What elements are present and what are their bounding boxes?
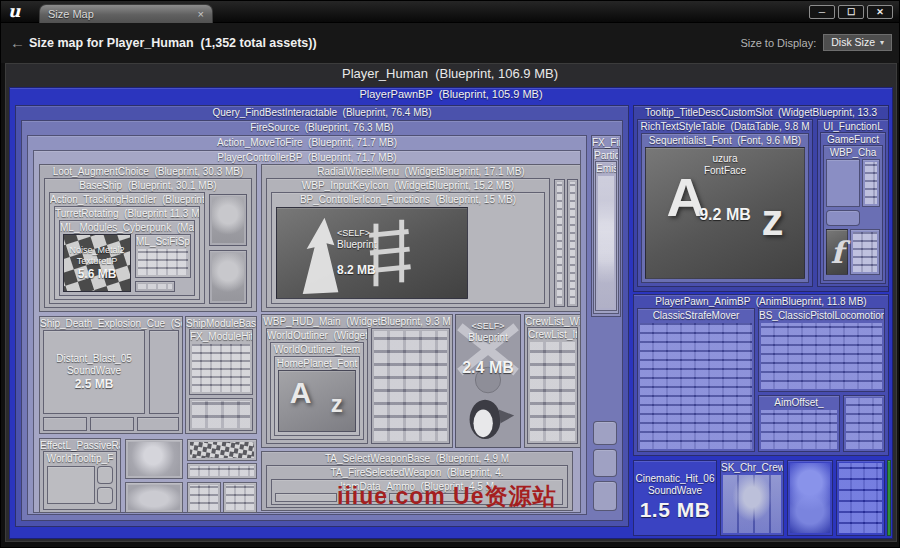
node-label: Tooltip_TitleDescCustomSlot (WidgetBluep… (634, 106, 888, 119)
grid-anim-texture (640, 323, 752, 449)
treemap-node-passive-blob-tile[interactable] (125, 439, 183, 479)
node-label: CrewList_Ite (528, 328, 577, 341)
treemap-node-ammo-tile-1[interactable] (275, 493, 337, 502)
treemap-node-wbp-cha-tile-3[interactable] (826, 210, 860, 226)
treemap-node-worldtooltip-side-1[interactable] (97, 466, 113, 484)
node-label: BaseShip (Blueprint, 30.1 MB) (45, 179, 251, 192)
grid-anim-texture (846, 398, 882, 449)
treemap-node-ship-death-tile-b2[interactable] (90, 417, 134, 431)
treemap-node-ship-death-tile-b1[interactable] (43, 417, 87, 431)
photo-soft-texture (212, 197, 244, 243)
treemap-node-distant-blast-05[interactable]: Distant_Blast_05SoundWave2.5 MB (43, 330, 145, 414)
treemap-node-passive-checker-tile[interactable] (187, 439, 257, 461)
treemap-node-ml-scifi-tile[interactable] (135, 281, 175, 292)
node-label: ClassicStrafeMover (638, 309, 754, 322)
treemap-node-bottom-blue-tile-2[interactable] (836, 460, 885, 536)
grid-anim-texture (761, 323, 882, 389)
treemap-node-worldtooltip-inner[interactable] (47, 466, 95, 504)
treemap-node-baseship-tile-2[interactable] (209, 250, 247, 304)
tile-text: Distant_Blast_05SoundWave2.5 MB (44, 331, 144, 413)
node-label: Query_FindBestInteractable (Blueprint, 7… (16, 106, 628, 119)
treemap-node-wbp-cha-tile-4[interactable] (850, 229, 880, 275)
treemap-node-font-f-preview[interactable]: f (826, 229, 848, 275)
blob-blue-texture (790, 463, 830, 533)
treemap-node-green-sliver[interactable] (887, 460, 891, 536)
node-label: ML_Modules_Cyberpunk (MaterialInst (60, 221, 194, 234)
tile-text: uzuraFontFace9.2 MB (646, 148, 804, 278)
node-label: Loot_AugmentChoice (Blueprint, 30.3 MB) (40, 165, 256, 178)
treemap-node-firesource-tile-1[interactable] (593, 421, 617, 445)
watermark: iiiue.com Ue资源站 (337, 481, 556, 512)
treemap-node-ship-death-tile-b3[interactable] (137, 417, 179, 431)
node-label: PlayerPawnBP (Blueprint, 105.9 MB) (10, 88, 892, 101)
node-label: Emis (596, 162, 616, 175)
treemap-node-self-blueprint-penguin[interactable]: <SELF>Blueprint2.4 MB (455, 314, 521, 448)
node-label: Sequentialist_Font (Font, 9.6 MB) (642, 134, 808, 147)
treemap-node-bs-classicpistollocomotion[interactable]: BS_ClassicPistolLocomotion (758, 308, 885, 392)
node-label: Partic (594, 149, 618, 162)
app-window: u Size Map × ─ ☐ ✕ ← Size map for Player… (0, 0, 900, 548)
treemap-node-passive-grid-tile[interactable] (187, 463, 257, 479)
treemap-node-noise-metal2-texturelp[interactable]: Noise_Metal2TextureLP5.6 MB (63, 234, 131, 292)
node-label: WorldOutliner_Item (271, 343, 363, 356)
treemap-node-animbp-extra-tiles[interactable] (843, 395, 885, 452)
treemap-canvas: PlayerPawnBP (Blueprint, 105.9 MB)Query_… (1, 1, 899, 547)
treemap-node-worldtooltip-side-2[interactable] (97, 487, 113, 504)
treemap-node-self-blueprint-ladder[interactable]: <SELF>Blueprint8.2 MB (276, 207, 468, 299)
grid-sm-texture (190, 485, 218, 510)
node-label: PlayerControllerBP (Blueprint, 71.7 MB) (34, 151, 580, 164)
treemap-node-hud-widget-grid[interactable] (371, 328, 450, 444)
treemap-node-passive-blob-tile-2[interactable] (125, 482, 183, 513)
treemap-node-wbp-cha-tile-2[interactable] (862, 159, 880, 207)
treemap-node-bottom-blue-tile-1[interactable] (787, 460, 833, 536)
node-label: Action_MoveToFire (Blueprint, 71.7 MB) (28, 136, 586, 149)
grid-sm-texture (557, 182, 562, 304)
treemap-node-shipmodule-tile[interactable] (189, 398, 253, 431)
f-preview-art: f (827, 230, 847, 274)
treemap-node-baseship-tile-1[interactable] (209, 194, 247, 246)
treemap-node-uzura-fontface[interactable]: AzuzuraFontFace9.2 MB (645, 147, 805, 279)
node-label: Action_TrackingHandler (Blueprint, 11.6 … (50, 193, 204, 206)
grid-blue-texture (839, 463, 882, 533)
node-label: WBP_HUD_Main (WidgetBlueprint, 9.3 M (262, 315, 452, 328)
treemap-node-passive-grid-tile-3[interactable] (223, 482, 257, 513)
grid-sm-texture (192, 344, 250, 392)
treemap-node-firesource-tile-3[interactable] (593, 481, 617, 511)
grid-sm-texture (190, 466, 254, 476)
grid-sm-texture (853, 232, 877, 272)
tile-text: Cinematic_Hit_06SoundWave1.5 MB (634, 461, 716, 535)
treemap-node-aimoffset[interactable]: AimOffset_ (758, 395, 840, 452)
node-label: FireSource (Blueprint, 76.3 MB) (22, 121, 622, 134)
grid-sm-texture (865, 162, 877, 204)
grid-anim-texture (761, 410, 837, 449)
treemap-node-cinematic-hit-06[interactable]: Cinematic_Hit_06SoundWave1.5 MB (633, 460, 717, 536)
checker-sm-texture (190, 442, 254, 458)
treemap-node-radial-tiles-col-2[interactable] (567, 179, 578, 307)
treemap-node-passive-grid-tile-2[interactable] (187, 482, 221, 513)
treemap-node-ship-death-tile-side[interactable] (149, 330, 179, 414)
node-label: ShipModuleBase (186, 317, 256, 330)
treemap-node-crewlist-ite[interactable]: CrewList_Ite (527, 327, 578, 444)
treemap-node-wbp-cha-tile-1[interactable] (826, 159, 860, 207)
node-label: EffectL_PassiveRada (40, 439, 120, 452)
node-label: AimOffset_ (759, 396, 839, 409)
node-label: WBP_Cha (824, 146, 882, 159)
tile-text: <SELF>Blueprint2.4 MB (456, 315, 520, 447)
treemap-node-homeplanet-az-preview[interactable]: Az (278, 370, 356, 432)
treemap-node-firesource-tile-2[interactable] (593, 449, 617, 477)
node-label: TA_SelectWeaponBase (Blueprint, 4.9 M (262, 452, 572, 465)
treemap-node-fx-modulehit[interactable]: FX_ModuleHit (189, 329, 253, 395)
node-label: BS_ClassicPistolLocomotion (759, 309, 884, 322)
node-label: HomePlanet_Font (275, 357, 359, 370)
treemap-node-classicstrafemover[interactable]: ClassicStrafeMover (637, 308, 755, 452)
node-label: SK_Chr_Crew (721, 461, 783, 474)
node-label: WorldTooltip_F (44, 452, 116, 465)
treemap-node-ml-scifispace[interactable]: ML_SciFiSpace (135, 234, 191, 278)
blob-texture (128, 442, 180, 476)
grid-sm-texture (226, 485, 254, 510)
treemap-node-fx-fire-emis[interactable]: Emis (595, 161, 617, 311)
treemap-node-sk-chr-crew[interactable]: SK_Chr_Crew (720, 460, 784, 536)
node-label: ML_SciFiSpace (136, 235, 190, 248)
treemap-node-radial-tiles-col-1[interactable] (554, 179, 565, 307)
node-label: RichTextStyleTable (DataTable, 9.8 M (638, 120, 812, 133)
